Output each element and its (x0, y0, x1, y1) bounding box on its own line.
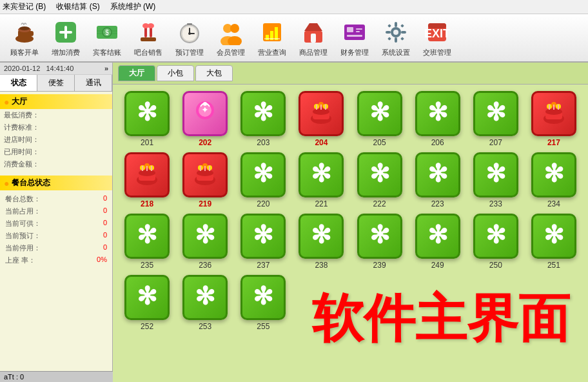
table-255[interactable]: ✻ 255 (237, 275, 289, 331)
plus-green-icon (52, 18, 80, 46)
info-billing: 计费标准： (0, 121, 112, 134)
table-206[interactable]: ✻ 206 (411, 91, 464, 147)
members-icon (217, 18, 245, 46)
svg-rect-64 (325, 105, 326, 110)
table-219[interactable]: 219 (179, 152, 231, 208)
clock-icon (175, 18, 204, 46)
tab-comm[interactable]: 通讯 (75, 75, 112, 91)
menu-guest[interactable]: 来宾登记 (B) (3, 1, 46, 12)
menu-cashier[interactable]: 收银结算 (S) (56, 1, 99, 12)
svg-rect-29 (275, 27, 278, 40)
svg-rect-41 (386, 31, 391, 34)
svg-rect-94 (209, 166, 210, 171)
table-203[interactable]: ✻ 203 (237, 91, 289, 147)
btn-shift-label: 交班管理 (423, 48, 451, 57)
btn-bar-sale[interactable]: 吧台销售 (129, 17, 168, 59)
svg-rect-43 (387, 24, 391, 28)
table-235[interactable]: ✻ 235 (121, 214, 173, 270)
info-used-time: 已用时间： (0, 146, 112, 158)
svg-text:✻: ✻ (137, 283, 157, 310)
table-220[interactable]: ✻ 220 (237, 152, 289, 208)
room-tab-hall[interactable]: 大厅 (118, 65, 155, 81)
svg-text:✻: ✻ (485, 99, 506, 126)
btn-finance[interactable]: 财务管理 (335, 17, 374, 59)
btn-members[interactable]: 会员管理 (211, 17, 250, 59)
svg-rect-46 (400, 37, 404, 41)
tab-note[interactable]: 便签 (37, 75, 75, 91)
table-233[interactable]: ✻ 233 (469, 152, 522, 208)
tab-status[interactable]: 状态 (0, 75, 37, 91)
room-tab-small[interactable]: 小包 (157, 65, 194, 81)
svg-text:✻: ✻ (137, 221, 157, 248)
table-253[interactable]: ✻ 253 (179, 275, 231, 331)
main-area: 2020-01-12 14:41:40 » 状态 便签 通讯 ● 大厅 最低消费… (0, 63, 588, 382)
menubar: 来宾登记 (B) 收银结算 (S) 系统维护 (W) (0, 0, 588, 14)
chart-icon (258, 18, 286, 46)
btn-business-query[interactable]: 营业查询 (253, 17, 291, 59)
info-amount: 消费金额： (0, 158, 112, 170)
svg-rect-32 (344, 25, 365, 40)
btn-reservation[interactable]: 预订管理 (170, 17, 209, 59)
btn-bar-sale-label: 吧台销售 (134, 48, 162, 57)
stats-title: ● 餐台总状态 (0, 176, 112, 190)
svg-text:✻: ✻ (369, 99, 390, 126)
menu-system[interactable]: 系统维护 (W) (110, 1, 156, 12)
svg-rect-92 (204, 166, 206, 171)
collapse-btn[interactable]: » (104, 65, 108, 72)
svg-rect-75 (549, 105, 550, 110)
table-249[interactable]: ✻ 249 (411, 214, 464, 270)
svg-text:✻: ✻ (253, 160, 273, 187)
svg-rect-39 (395, 22, 397, 27)
svg-text:✻: ✻ (544, 160, 564, 187)
status-bar: aTt : 0 (0, 371, 113, 382)
hall-title: ● 大厅 (0, 94, 112, 109)
btn-add-consume[interactable]: 增加消费 (46, 17, 85, 59)
table-217[interactable]: 217 (527, 91, 580, 147)
table-251[interactable]: ✻ 251 (527, 214, 580, 270)
table-202[interactable]: ✦ 202 (179, 91, 231, 147)
room-tabs: 大厅 小包 大包 (113, 63, 588, 85)
btn-checkout[interactable]: $ 宾客结账 (88, 17, 126, 59)
svg-rect-62 (320, 105, 322, 110)
table-239[interactable]: ✻ 239 (353, 214, 406, 270)
table-201[interactable]: ✻ 201 (121, 91, 173, 147)
table-207[interactable]: ✻ 207 (469, 91, 522, 147)
table-236[interactable]: ✻ 236 (179, 214, 231, 270)
table-250[interactable]: ✻ 250 (469, 214, 522, 270)
table-252[interactable]: ✻ 252 (121, 275, 173, 331)
svg-rect-84 (142, 166, 143, 171)
stat-total: 餐台总数： 0 (0, 193, 112, 205)
settings-icon (382, 18, 410, 46)
table-221[interactable]: ✻ 221 (295, 152, 348, 208)
stat-available: 当前可供： 0 (0, 217, 112, 230)
svg-text:EXIT: EXIT (424, 27, 450, 40)
btn-settings[interactable]: 系统设置 (377, 17, 415, 59)
table-223[interactable]: ✻ 223 (411, 152, 464, 208)
toolbar: 顾客开单 增加消费 $ 宾客结账 (0, 14, 588, 63)
table-234[interactable]: ✻ 234 (527, 152, 580, 208)
svg-text:✻: ✻ (253, 221, 273, 248)
svg-rect-27 (266, 35, 269, 40)
btn-shift[interactable]: EXIT 交班管理 (418, 17, 456, 59)
svg-rect-83 (146, 166, 148, 171)
tables-grid: ✻ 201 ✦ 202 ✻ 203 204 ✻ 205 ✻ (113, 85, 588, 382)
svg-text:✻: ✻ (427, 221, 448, 248)
svg-point-3 (19, 26, 30, 30)
svg-rect-42 (401, 31, 406, 34)
stat-reserved: 当前预订： 0 (0, 230, 112, 242)
table-222[interactable]: ✻ 222 (353, 152, 406, 208)
table-238[interactable]: ✻ 238 (295, 214, 348, 270)
table-204[interactable]: 204 (295, 91, 348, 147)
tab-row: 状态 便签 通讯 (0, 75, 112, 92)
table-205[interactable]: ✻ 205 (353, 91, 406, 147)
btn-open-order[interactable]: 顾客开单 (5, 17, 44, 59)
coffee-icon (10, 18, 39, 46)
table-218[interactable]: 218 (121, 152, 173, 208)
svg-text:✦: ✦ (201, 105, 209, 115)
room-tab-large[interactable]: 大包 (195, 65, 233, 81)
svg-point-23 (230, 24, 239, 33)
svg-rect-44 (400, 24, 404, 28)
btn-goods[interactable]: 商品管理 (294, 17, 333, 59)
table-237[interactable]: ✻ 237 (237, 214, 289, 270)
svg-point-38 (393, 30, 398, 35)
